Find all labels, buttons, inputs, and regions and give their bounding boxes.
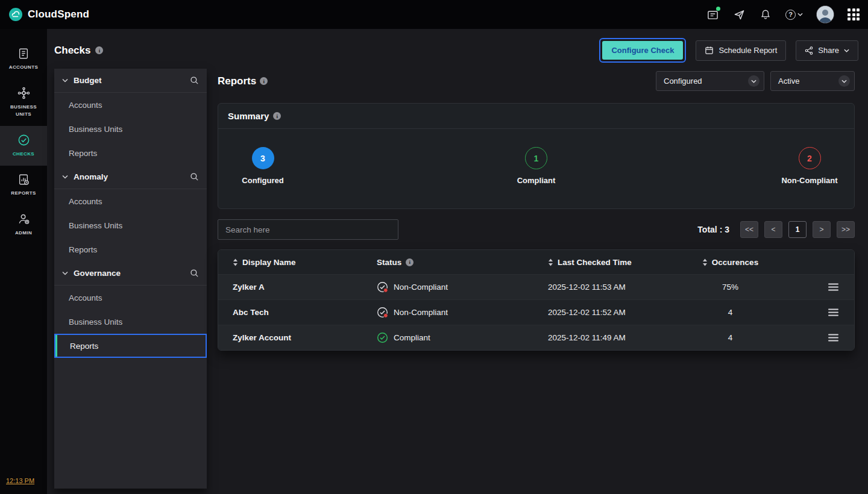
table-header-row: Display Name Status i Last Checked Time … <box>218 250 854 274</box>
table-row[interactable]: Zylker A Non-Compliant 2025-12-02 11:53 … <box>218 274 854 299</box>
row-display-name: Zylker A <box>233 283 377 292</box>
configure-check-button[interactable]: Configure Check <box>602 41 683 60</box>
notification-dot <box>716 7 720 11</box>
notifications-bell-icon[interactable] <box>759 8 772 21</box>
row-status: Compliant <box>377 332 548 343</box>
sidebar-item-governance-accounts[interactable]: Accounts <box>54 286 207 310</box>
rail-item-reports[interactable]: REPORTS <box>0 166 47 205</box>
status-label: Non-Compliant <box>394 308 448 317</box>
row-status: Non-Compliant <box>377 307 548 318</box>
share-icon <box>805 46 813 55</box>
column-label: Occurences <box>712 258 758 267</box>
column-label: Status <box>377 258 401 267</box>
stat-compliant-count[interactable]: 1 <box>525 147 547 169</box>
search-icon[interactable] <box>190 269 199 278</box>
active-filter-dropdown[interactable]: Active <box>770 71 855 91</box>
group-budget[interactable]: Budget <box>54 69 207 93</box>
sidebar-item-governance-business-units[interactable]: Business Units <box>54 310 207 334</box>
first-page-button[interactable]: << <box>740 221 758 238</box>
reports-table: Display Name Status i Last Checked Time … <box>218 249 855 351</box>
status-label: Compliant <box>394 333 430 342</box>
search-input[interactable] <box>218 219 398 240</box>
page-title-text: Checks <box>54 45 90 57</box>
row-occurrences: 4 <box>687 333 774 342</box>
row-menu-icon[interactable] <box>828 283 838 291</box>
chevron-down-icon <box>62 175 68 179</box>
sidebar-item-governance-reports[interactable]: Reports <box>54 334 207 358</box>
row-menu-icon[interactable] <box>828 334 838 342</box>
launch-icon[interactable] <box>732 8 746 21</box>
prev-page-button[interactable]: < <box>764 221 782 238</box>
sidebar-item-anomaly-accounts[interactable]: Accounts <box>54 189 207 213</box>
row-last-checked-time: 2025-12-02 11:52 AM <box>548 308 687 317</box>
stat-configured-count[interactable]: 3 <box>252 147 274 169</box>
rail-item-label: ACCOUNTS <box>9 64 39 71</box>
schedule-report-icon <box>705 46 714 55</box>
search-icon[interactable] <box>190 172 199 181</box>
table-row[interactable]: Abc Tech Non-Compliant 2025-12-02 11:52 … <box>218 299 854 325</box>
last-page-button[interactable]: >> <box>837 221 855 238</box>
stat-non-compliant-count[interactable]: 2 <box>799 147 821 169</box>
schedule-report-button[interactable]: Schedule Report <box>696 40 786 61</box>
stat-configured: 3 Configured <box>227 147 299 185</box>
group-label: Budget <box>74 76 102 85</box>
apps-grid-icon[interactable] <box>848 8 860 20</box>
reports-title: Reports i <box>218 75 268 87</box>
row-last-checked-time: 2025-12-02 11:53 AM <box>548 283 687 292</box>
info-icon[interactable]: i <box>273 112 281 120</box>
sidebar-item-budget-reports[interactable]: Reports <box>54 141 207 165</box>
user-avatar[interactable] <box>816 5 834 23</box>
active-filter-value: Active <box>778 77 799 86</box>
share-button[interactable]: Share <box>796 40 858 61</box>
column-last-checked-time[interactable]: Last Checked Time <box>548 258 687 267</box>
next-page-button[interactable]: > <box>813 221 831 238</box>
chevron-down-icon <box>841 80 847 83</box>
sidebar-item-anomaly-business-units[interactable]: Business Units <box>54 213 207 237</box>
chevron-down-icon <box>62 78 68 83</box>
sidebar-item-budget-accounts[interactable]: Accounts <box>54 93 207 117</box>
info-icon[interactable]: i <box>260 77 268 85</box>
page-1-button[interactable]: 1 <box>788 221 807 238</box>
row-menu-icon[interactable] <box>828 308 838 316</box>
schedule-report-label: Schedule Report <box>719 46 777 55</box>
reports-title-text: Reports <box>218 75 256 87</box>
current-time-link[interactable]: 12:13 PM <box>6 477 34 484</box>
info-icon[interactable]: i <box>406 258 414 266</box>
checks-sidebar: Budget Accounts Business Units Reports A… <box>54 69 207 489</box>
chevron-down-icon <box>844 49 849 52</box>
column-label: Display Name <box>242 258 296 267</box>
table-row[interactable]: Zylker Account Compliant 2025-12-02 11:4… <box>218 325 854 350</box>
sort-icon <box>702 258 708 266</box>
group-governance[interactable]: Governance <box>54 261 207 286</box>
rail-item-label: REPORTS <box>11 190 36 197</box>
accounts-icon <box>17 48 30 60</box>
feedback-icon[interactable] <box>706 8 719 21</box>
rail-item-accounts[interactable]: ACCOUNTS <box>0 40 47 79</box>
stat-compliant: 1 Compliant <box>500 147 573 185</box>
group-anomaly[interactable]: Anomaly <box>54 165 207 189</box>
column-display-name[interactable]: Display Name <box>233 258 377 267</box>
rail-item-checks[interactable]: CHECKS <box>0 126 47 166</box>
search-icon[interactable] <box>190 76 199 85</box>
info-icon[interactable]: i <box>95 46 103 54</box>
row-display-name: Abc Tech <box>233 308 377 317</box>
summary-card: Summary i 3 Configured 1 Compliant 2 Non… <box>218 103 855 209</box>
share-label: Share <box>818 46 839 55</box>
help-menu[interactable]: ? <box>785 10 803 20</box>
business-units-icon <box>17 87 30 99</box>
rail-item-label: CHECKS <box>13 151 34 158</box>
rail-item-label: ADMIN <box>15 230 32 237</box>
rail-item-business-units[interactable]: BUSINESS UNITS <box>0 79 47 126</box>
compliant-icon <box>377 332 388 343</box>
stat-non-compliant: 2 Non-Compliant <box>773 147 846 185</box>
rail-item-admin[interactable]: ADMIN <box>0 205 47 245</box>
sidebar-item-budget-business-units[interactable]: Business Units <box>54 117 207 141</box>
total-count: Total : 3 <box>697 225 729 234</box>
group-label: Governance <box>74 269 121 278</box>
reports-icon <box>17 174 30 186</box>
checks-icon <box>17 134 30 146</box>
column-status[interactable]: Status i <box>377 258 548 267</box>
sidebar-item-anomaly-reports[interactable]: Reports <box>54 237 207 261</box>
configured-filter-dropdown[interactable]: Configured <box>656 71 764 91</box>
column-occurences[interactable]: Occurences <box>687 258 774 267</box>
